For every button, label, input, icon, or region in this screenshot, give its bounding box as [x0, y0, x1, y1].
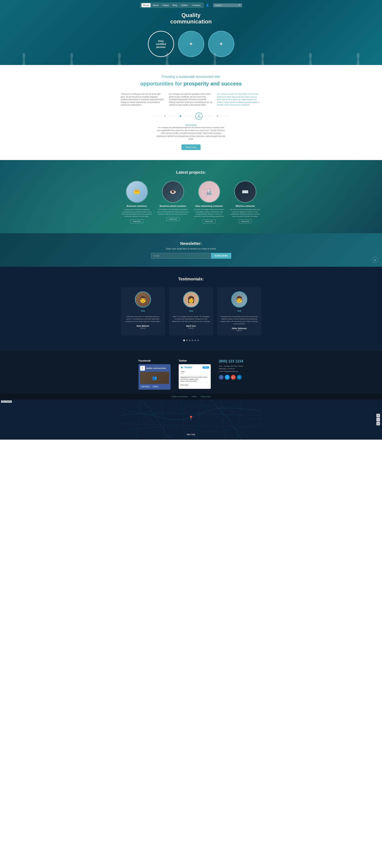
hero-circle-2: +	[178, 31, 204, 57]
prosperity-col-3: Our company is your one stop solution fo…	[217, 93, 261, 106]
footer-top: Facebook f Quality communication 👥 Like …	[0, 351, 382, 394]
testimonial-name-2: April Cox	[172, 325, 210, 327]
twitter-title: Twitter	[179, 359, 211, 362]
testimonial-dots	[4, 340, 378, 341]
footer-copyright: ©2016	[192, 396, 197, 398]
testimonial-dot-2[interactable]	[186, 340, 188, 341]
newsletter-subtitle: Enter your email here to receive our new…	[4, 247, 378, 250]
quote-icon-3: ❝❝	[220, 309, 258, 314]
project-btn-2[interactable]: Read more	[167, 217, 180, 221]
testimonial-card-1: 👨 ❝❝ Thank you very much, I'm impressed …	[121, 287, 165, 336]
nav-home[interactable]: Home	[142, 3, 151, 7]
testimonials-grid: 👨 ❝❝ Thank you very much, I'm impressed …	[116, 287, 266, 336]
project-btn-3[interactable]: Read more	[203, 219, 216, 223]
newsletter-wrapper: Newsletter: Enter your email here to rec…	[0, 233, 382, 267]
social-icons: f t g+ in	[219, 375, 243, 380]
map-city-label: New York	[187, 433, 195, 436]
prosperity-col-1: Thank you for visiting our site! You are…	[121, 93, 165, 106]
zoom-in-button[interactable]: +	[376, 414, 380, 417]
search-button[interactable]: 🔍	[237, 3, 242, 7]
social-google-icon[interactable]: g+	[231, 375, 236, 380]
project-card-3: 🔬 Data networking solutions We offer a f…	[193, 181, 225, 223]
facebook-title: Facebook	[139, 359, 171, 362]
testimonials-title: Testimonials:	[4, 277, 378, 281]
nav-blog[interactable]: Blog	[171, 3, 179, 7]
twitter-logo: 🐦 Tweets	[180, 366, 192, 369]
newsletter-section: Newsletter: Enter your email here to rec…	[0, 233, 382, 267]
map-pin: 📍	[188, 415, 194, 421]
svg-rect-0	[199, 115, 199, 116]
map-zoom-controls: + − ⊡	[376, 414, 380, 425]
newsletter-title: Newsletter:	[4, 241, 378, 246]
testimonial-dot-5[interactable]	[195, 340, 196, 341]
project-btn-4[interactable]: Read more	[239, 219, 252, 223]
tab-networking-icon[interactable]	[195, 113, 203, 120]
svg-rect-2	[200, 117, 200, 118]
footer-facebook-col: Facebook f Quality communication 👥 Like …	[139, 359, 171, 390]
project-btn-1[interactable]: Read more	[130, 219, 144, 223]
hero-circles: Only certified phones + +	[148, 31, 234, 57]
facebook-image: 👥	[140, 372, 169, 384]
facebook-widget: f Quality communication 👥 Like Page Shar…	[139, 364, 171, 390]
footer-twitter-col: Twitter 🐦 Tweets Follow Twitter ✓ 21:06 …	[179, 359, 211, 390]
read-more-button[interactable]: Read more	[181, 145, 200, 150]
testimonial-dot-6[interactable]	[197, 340, 199, 341]
navbar: Home - About - Pages - Blog - Gallery - …	[0, 0, 382, 10]
zoom-out-button[interactable]: −	[376, 418, 380, 422]
testimonial-text-2: Wow, I'm so happy with your service. You…	[172, 315, 210, 323]
nav-pages[interactable]: Pages	[161, 3, 170, 7]
social-twitter-icon[interactable]: t	[225, 375, 230, 380]
footer-link-quality[interactable]: Quality communication	[171, 396, 188, 398]
facebook-like-button[interactable]: Like Page	[140, 385, 151, 388]
facebook-share-button[interactable]: Share	[152, 385, 159, 388]
user-icon[interactable]: 👤	[206, 4, 209, 7]
hero-circle-3: +	[208, 31, 234, 57]
zoom-reset-button[interactable]: ⊡	[376, 422, 380, 425]
project-img-3: 🔬	[198, 181, 220, 203]
nav-about[interactable]: About	[151, 3, 160, 7]
project-desc-2: Our business communication consultants s…	[157, 208, 189, 215]
project-img-1: 🤲	[126, 181, 148, 203]
prosperity-section: Providing a sustainable environment with…	[0, 65, 382, 160]
social-linkedin-icon[interactable]: in	[237, 375, 242, 380]
testimonial-name-1: Sam Nelson	[124, 325, 162, 327]
testimonial-avatar-3: 👨	[231, 291, 247, 307]
testimonial-text-3: I would just like to say thank you for y…	[220, 315, 258, 325]
map-section: Map | Satellite 📍 New York + − ⊡	[0, 400, 382, 440]
footer-phone: (800) 123 1234	[219, 359, 243, 363]
svg-line-4	[199, 116, 200, 117]
project-img-4: ⌨️	[234, 181, 256, 203]
testimonial-name-3: John Johnson	[220, 327, 258, 330]
newsletter-email-input[interactable]	[151, 253, 211, 259]
testimonial-card-3: 👨 ❝❝ I would just like to say thank you …	[217, 287, 261, 336]
testimonial-role-3: (client)	[220, 330, 258, 332]
footer-link-privacy[interactable]: Privacy Policy	[201, 396, 211, 398]
tabs-row	[4, 113, 378, 120]
twitter-follow-button[interactable]: Follow	[203, 366, 209, 369]
testimonial-dot-1[interactable]	[183, 340, 185, 341]
footer-address: USA – Chicago, 981 East F Street, Wilmin…	[219, 365, 243, 373]
newsletter-form: SUBSCRIBE	[151, 253, 231, 259]
project-desc-4: As users become increasingly mobile and …	[229, 208, 261, 217]
networking-text: Our company has developed the right mix …	[156, 126, 226, 141]
social-facebook-icon[interactable]: f	[219, 375, 224, 380]
projects-title: Latest projects:	[4, 170, 378, 175]
testimonial-dot-3[interactable]	[189, 340, 190, 341]
project-card-2: 👁️ Business phone systems Our business c…	[157, 181, 189, 223]
facebook-actions: Like Page Share	[140, 385, 169, 388]
project-card-4: ⌨️ Wireless networks As users become inc…	[229, 181, 261, 223]
search-input[interactable]	[213, 3, 237, 7]
tab-label: Networking	[4, 124, 378, 126]
tweet-1: Twitter ✓ 21:06	[180, 370, 209, 375]
testimonial-role-1: (client)	[124, 327, 162, 329]
quote-icon-2: ❝❝	[172, 309, 210, 314]
nav-contacts[interactable]: Contacts	[190, 3, 202, 7]
nav-gallery[interactable]: Gallery	[179, 3, 190, 7]
project-title-4: Wireless networks	[229, 205, 261, 207]
footer-contact-col: (800) 123 1234 USA – Chicago, 981 East F…	[219, 359, 243, 390]
scroll-top-button[interactable]: ▲	[372, 257, 378, 263]
newsletter-subscribe-button[interactable]: SUBSCRIBE	[211, 253, 231, 259]
testimonial-role-2: (client)	[172, 327, 210, 329]
projects-grid: 🤲 Business solutions Keeping your compan…	[116, 181, 266, 223]
testimonial-dot-4[interactable]	[192, 340, 193, 341]
